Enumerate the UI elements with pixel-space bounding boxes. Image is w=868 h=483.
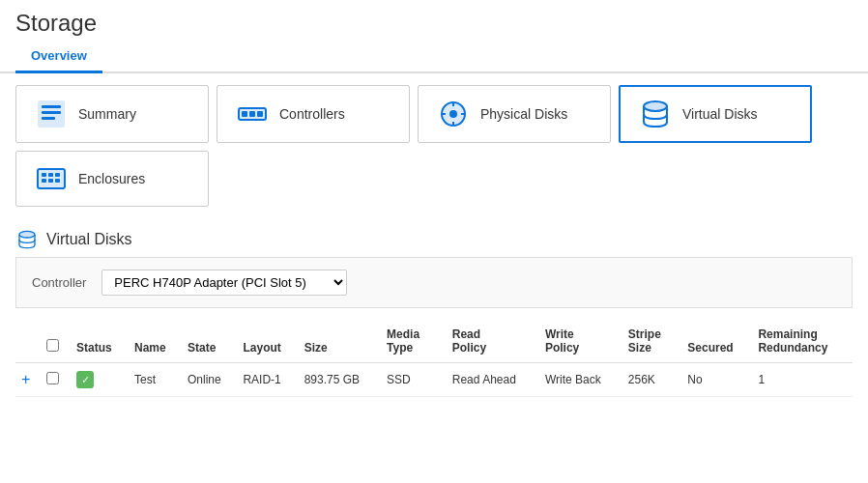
secured-cell: No xyxy=(681,363,752,397)
layout-cell: RAID-1 xyxy=(237,363,298,397)
virtual-disks-table: Status Name State Layout Size MediaType … xyxy=(15,320,853,397)
svg-rect-2 xyxy=(42,111,61,114)
read-policy-cell: Read Ahead xyxy=(447,363,539,397)
nav-card-controllers[interactable]: Controllers xyxy=(217,85,410,143)
nav-card-virtual-disks[interactable]: Virtual Disks xyxy=(619,85,812,143)
svg-rect-19 xyxy=(42,179,46,183)
col-layout: Layout xyxy=(237,320,298,363)
nav-card-physical-disks[interactable]: Physical Disks xyxy=(418,85,611,143)
col-write-policy: WritePolicy xyxy=(539,320,622,363)
svg-rect-16 xyxy=(42,173,46,177)
stripe-size-cell: 256K xyxy=(622,363,682,397)
expand-cell[interactable]: + xyxy=(15,363,41,397)
tab-bar: Overview xyxy=(0,41,868,73)
size-cell: 893.75 GB xyxy=(299,363,381,397)
controller-row: Controller PERC H740P Adapter (PCI Slot … xyxy=(15,257,853,308)
col-media-type: MediaType xyxy=(381,320,447,363)
controller-select[interactable]: PERC H740P Adapter (PCI Slot 5) xyxy=(101,270,347,296)
nav-label-virtual-disks: Virtual Disks xyxy=(682,106,758,122)
col-stripe-size: StripeSize xyxy=(622,320,682,363)
controller-label: Controller xyxy=(32,275,86,290)
svg-rect-3 xyxy=(42,117,55,120)
svg-rect-17 xyxy=(48,173,53,177)
col-read-policy: ReadPolicy xyxy=(447,320,539,363)
nav-label-summary: Summary xyxy=(78,106,136,122)
table-header-row: Status Name State Layout Size MediaType … xyxy=(15,320,853,363)
svg-rect-21 xyxy=(55,179,60,183)
tab-overview[interactable]: Overview xyxy=(15,41,102,73)
section-title: Virtual Disks xyxy=(46,231,132,248)
virtual-disks-section-icon xyxy=(15,228,39,251)
col-state: State xyxy=(182,320,237,363)
col-secured: Secured xyxy=(681,320,752,363)
svg-rect-6 xyxy=(242,111,247,117)
svg-rect-1 xyxy=(42,105,61,108)
remaining-redundancy-cell: 1 xyxy=(752,363,853,397)
col-size: Size xyxy=(299,320,381,363)
name-cell: Test xyxy=(129,363,182,397)
svg-rect-18 xyxy=(55,173,60,177)
svg-rect-20 xyxy=(48,179,53,183)
row-checkbox-cell[interactable] xyxy=(41,363,71,397)
row-checkbox[interactable] xyxy=(46,372,59,384)
col-name: Name xyxy=(129,320,182,363)
status-ok-icon: ✓ xyxy=(76,371,94,388)
expand-button[interactable]: + xyxy=(21,371,30,387)
virtual-disks-icon xyxy=(638,97,673,131)
nav-label-physical-disks: Physical Disks xyxy=(480,106,567,122)
status-cell: ✓ xyxy=(71,363,129,397)
svg-rect-7 xyxy=(249,111,255,117)
summary-icon xyxy=(34,97,69,131)
state-cell: Online xyxy=(182,363,237,397)
controllers-icon xyxy=(235,97,270,131)
nav-label-enclosures: Enclosures xyxy=(78,171,145,186)
page-title: Storage xyxy=(0,0,868,41)
svg-point-11 xyxy=(449,110,457,118)
nav-card-summary[interactable]: Summary xyxy=(15,85,209,143)
table-row: + ✓ Test Online RAID-1 893.75 GB SSD Rea… xyxy=(15,363,853,397)
col-status: Status xyxy=(71,320,129,363)
nav-label-controllers: Controllers xyxy=(279,106,345,122)
select-all-checkbox[interactable] xyxy=(46,339,59,352)
col-expand xyxy=(15,320,41,363)
col-checkbox xyxy=(41,320,71,363)
svg-rect-8 xyxy=(257,111,263,117)
col-remaining-redundancy: RemainingRedundancy xyxy=(752,320,853,363)
nav-card-enclosures[interactable]: Enclosures xyxy=(15,151,209,207)
enclosures-icon xyxy=(34,161,69,196)
section-header: Virtual Disks xyxy=(0,218,868,257)
media-type-cell: SSD xyxy=(381,363,447,397)
nav-grid: Summary Controllers Physical Disks xyxy=(0,73,868,218)
physical-disks-icon xyxy=(436,97,471,131)
table-container: Status Name State Layout Size MediaType … xyxy=(0,320,868,397)
write-policy-cell: Write Back xyxy=(539,363,622,397)
